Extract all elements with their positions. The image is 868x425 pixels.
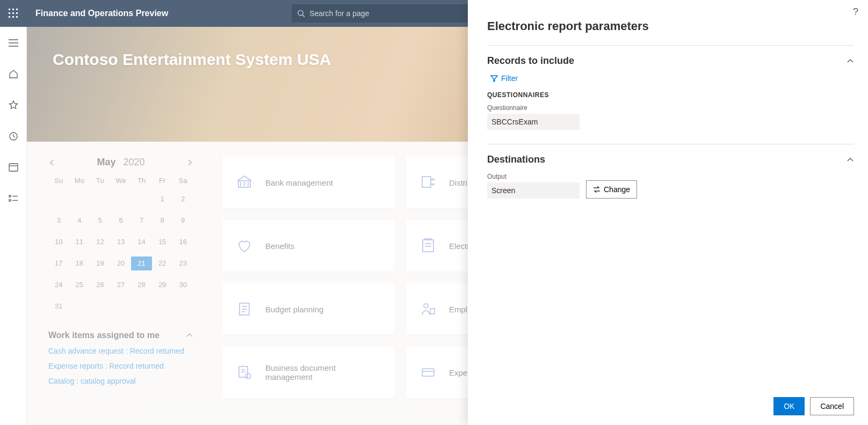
svg-line-10 — [302, 15, 305, 17]
filter-icon — [490, 75, 498, 82]
chevron-up-icon — [847, 57, 854, 65]
output-label: Output — [487, 173, 580, 180]
report-params-panel: ? Electronic report parameters Records t… — [468, 0, 868, 425]
app-launcher-button[interactable] — [0, 0, 27, 27]
questionnaires-heading: QUESTIONNAIRES — [487, 91, 854, 99]
svg-rect-3 — [9, 12, 10, 14]
cancel-button[interactable]: Cancel — [810, 397, 854, 415]
svg-rect-7 — [12, 16, 14, 18]
questionnaire-label: Questionnaire — [487, 104, 854, 112]
svg-rect-15 — [9, 164, 18, 171]
svg-rect-2 — [16, 9, 18, 10]
nav-recent-button[interactable] — [4, 127, 23, 146]
app-title: Finance and Operations Preview — [27, 9, 168, 18]
hamburger-icon — [9, 39, 18, 47]
search-box[interactable] — [292, 4, 474, 23]
search-input[interactable] — [309, 9, 469, 18]
clock-icon — [9, 131, 18, 141]
svg-point-9 — [298, 10, 303, 15]
svg-rect-1 — [12, 9, 14, 10]
filter-link[interactable]: Filter — [490, 74, 854, 83]
nav-workspaces-button[interactable] — [4, 158, 23, 177]
nav-modules-button[interactable] — [4, 189, 23, 208]
nav-expand-button[interactable] — [4, 33, 23, 53]
questionnaire-input[interactable] — [487, 114, 580, 130]
nav-favorites-button[interactable] — [4, 96, 23, 115]
panel-title: Electronic report parameters — [487, 19, 854, 33]
nav-home-button[interactable] — [4, 64, 23, 84]
svg-rect-4 — [12, 12, 14, 14]
star-icon — [9, 100, 18, 110]
svg-rect-6 — [9, 16, 10, 18]
ok-button[interactable]: OK — [773, 397, 805, 415]
svg-rect-0 — [9, 9, 10, 10]
svg-rect-19 — [9, 200, 11, 201]
svg-rect-8 — [16, 16, 18, 18]
waffle-icon — [9, 9, 18, 18]
left-nav-rail — [0, 27, 27, 425]
destinations-section-header[interactable]: Destinations — [487, 144, 854, 165]
records-section-header[interactable]: Records to include — [487, 45, 854, 67]
output-input[interactable] — [487, 182, 580, 199]
help-button[interactable]: ? — [853, 6, 858, 18]
change-button[interactable]: Change — [586, 180, 637, 199]
search-icon — [297, 9, 305, 18]
home-icon — [9, 69, 18, 79]
chevron-up-icon — [847, 156, 854, 164]
workspace-icon — [9, 163, 18, 172]
swap-icon — [593, 186, 601, 193]
modules-icon — [9, 195, 18, 202]
svg-rect-17 — [9, 195, 11, 197]
svg-rect-5 — [16, 12, 18, 14]
